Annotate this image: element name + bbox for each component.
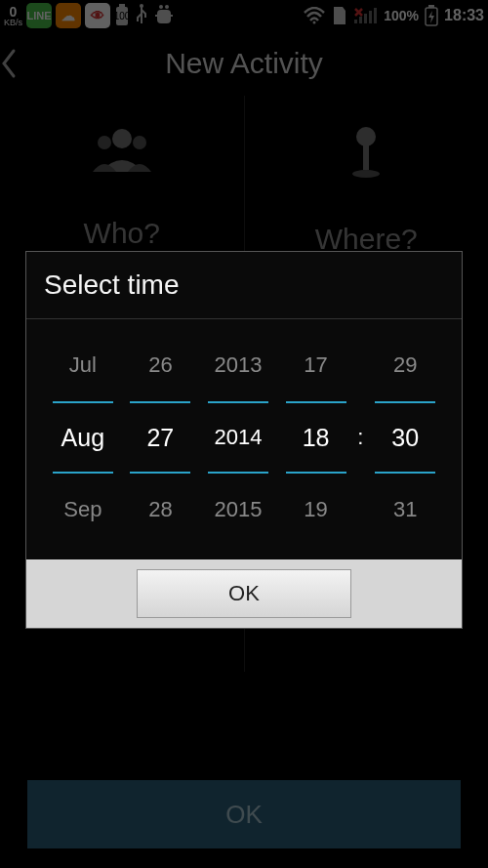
select-time-dialog: Select time Jul Aug Sep 26 27 28 2013 20… <box>25 251 463 629</box>
year-current[interactable]: 2014 <box>208 401 268 474</box>
day-next[interactable]: 28 <box>148 474 172 546</box>
day-current[interactable]: 27 <box>130 401 190 474</box>
time-separator: : <box>354 329 366 546</box>
dialog-title: Select time <box>26 252 462 319</box>
hour-picker[interactable]: 17 18 19 <box>277 329 355 546</box>
month-prev[interactable]: Jul <box>69 329 97 401</box>
hour-prev[interactable]: 17 <box>304 329 327 401</box>
minute-next[interactable]: 31 <box>393 474 417 546</box>
day-picker[interactable]: 26 27 28 <box>122 329 200 546</box>
year-picker[interactable]: 2013 2014 2015 <box>199 329 277 546</box>
minute-current[interactable]: 30 <box>375 401 435 474</box>
hour-next[interactable]: 19 <box>304 474 327 546</box>
month-current[interactable]: Aug <box>53 401 113 474</box>
dialog-ok-button[interactable]: OK <box>137 569 351 618</box>
dialog-ok-label: OK <box>228 581 260 606</box>
hour-current[interactable]: 18 <box>286 401 346 474</box>
month-picker[interactable]: Jul Aug Sep <box>44 329 122 546</box>
datetime-pickers: Jul Aug Sep 26 27 28 2013 2014 2015 17 1… <box>26 319 462 559</box>
day-prev[interactable]: 26 <box>148 329 172 401</box>
dialog-footer: OK <box>26 559 462 628</box>
year-prev[interactable]: 2013 <box>215 329 263 401</box>
minute-picker[interactable]: 29 30 31 <box>366 329 444 546</box>
minute-prev[interactable]: 29 <box>393 329 417 401</box>
month-next[interactable]: Sep <box>63 474 102 546</box>
year-next[interactable]: 2015 <box>215 474 263 546</box>
